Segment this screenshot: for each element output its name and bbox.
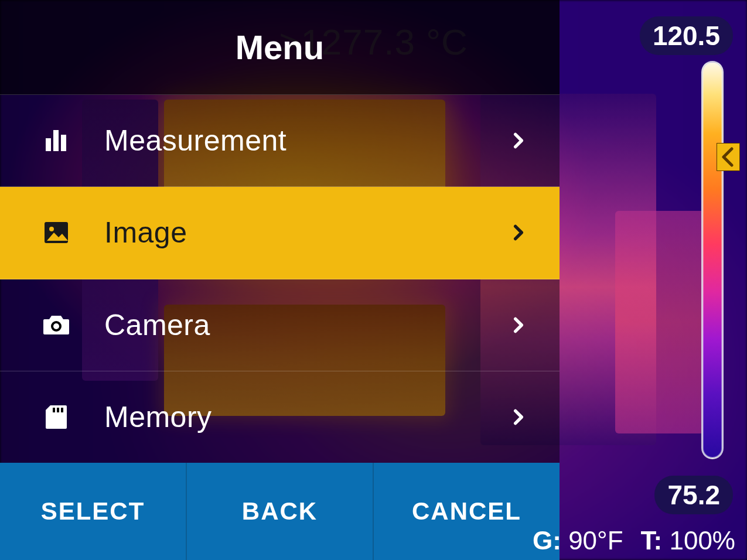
- menu-header: Menu: [0, 0, 560, 95]
- svg-rect-8: [57, 408, 59, 412]
- chevron-right-icon: [507, 131, 530, 150]
- scale-indicator-icon[interactable]: [717, 143, 740, 171]
- bar-chart-icon: [37, 122, 75, 159]
- svg-rect-2: [61, 135, 66, 151]
- menu-item-label: Image: [104, 216, 507, 250]
- svg-rect-9: [61, 408, 63, 412]
- scale-max-value: 120.5: [640, 16, 733, 55]
- scale-gradient-bar[interactable]: [701, 61, 724, 459]
- chevron-right-icon: [507, 408, 530, 426]
- status-bg: G: 90°F: [533, 526, 623, 555]
- menu-item-memory[interactable]: Memory: [0, 371, 560, 463]
- settings-menu-panel: Menu Measurement: [0, 0, 560, 463]
- menu-item-camera[interactable]: Camera: [0, 279, 560, 371]
- image-icon: [37, 214, 75, 251]
- menu-item-image[interactable]: Image: [0, 187, 560, 279]
- status-t-label: T:: [641, 526, 663, 555]
- svg-rect-0: [46, 138, 51, 151]
- menu-item-label: Measurement: [104, 124, 507, 158]
- menu-item-measurement[interactable]: Measurement: [0, 95, 560, 187]
- svg-rect-10: [717, 143, 740, 171]
- status-footer: G: 90°F T: 100%: [533, 526, 735, 555]
- cancel-button[interactable]: CANCEL: [374, 463, 560, 560]
- svg-rect-7: [53, 408, 55, 412]
- back-button[interactable]: BACK: [187, 463, 374, 560]
- chevron-right-icon: [507, 223, 530, 242]
- sd-card-icon: [37, 398, 75, 436]
- status-bg-label: G:: [533, 526, 561, 555]
- status-t: T: 100%: [641, 526, 735, 555]
- svg-point-4: [49, 227, 54, 231]
- menu-list: Measurement Image: [0, 95, 560, 463]
- menu-item-label: Memory: [104, 400, 507, 434]
- menu-item-label: Camera: [104, 308, 507, 342]
- svg-point-6: [53, 323, 59, 329]
- chevron-right-icon: [507, 316, 530, 334]
- status-t-value: 100%: [669, 526, 735, 555]
- svg-rect-1: [53, 130, 59, 151]
- select-button[interactable]: SELECT: [0, 463, 187, 560]
- status-bg-value: 90°F: [568, 526, 623, 555]
- softkey-bar: SELECT BACK CANCEL: [0, 463, 560, 560]
- menu-title: Menu: [236, 28, 324, 67]
- scale-min-value: 75.2: [654, 476, 733, 514]
- camera-icon: [37, 306, 75, 344]
